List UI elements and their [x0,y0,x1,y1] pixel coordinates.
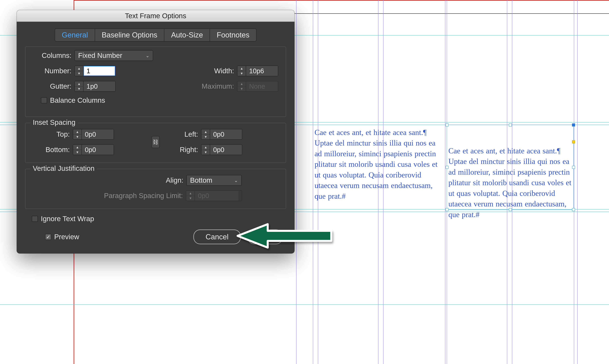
in-port-handle[interactable] [572,123,575,127]
column-guide [313,0,313,364]
vertical-justification-group: Vertical Justification Align: Bottom ⌄ P… [25,169,286,209]
inset-spacing-legend: Inset Spacing [30,118,78,127]
paragraph-spacing-limit-input [195,191,238,201]
stepper-arrows-icon[interactable]: ▴▾ [201,129,210,139]
balance-columns-checkbox[interactable]: Balance Columns [41,96,105,104]
inset-top-field[interactable]: ▴▾ [73,129,114,140]
balance-columns-label: Balance Columns [50,96,105,104]
width-label: Width: [197,67,234,75]
ruler-guide [0,304,609,305]
columns-mode-value: Fixed Number [78,52,122,60]
inset-spacing-group: Inset Spacing Top: ▴▾ Bottom: ▴▾ [25,123,286,163]
columns-group: Columns: Fixed Number ⌄ Number: ▴▾ Width… [25,47,286,117]
column-guide [577,0,578,364]
ignore-text-wrap-label: Ignore Text Wrap [41,215,94,223]
gutter-input[interactable] [83,81,115,91]
chevron-down-icon: ⌄ [234,178,238,183]
width-field[interactable]: ▴▾ [237,65,278,76]
checkbox-box-icon [41,97,47,103]
inset-bottom-field[interactable]: ▴▾ [73,144,114,155]
dialog-title: Text Frame Options [125,12,186,20]
thread-out-handle[interactable] [572,140,575,143]
align-select[interactable]: Bottom ⌄ [186,175,242,186]
stepper-arrows-icon[interactable]: ▴▾ [75,66,83,76]
text-frame-options-dialog: Text Frame Options General Baseline Opti… [17,10,295,253]
tab-auto-size[interactable]: Auto-Size [164,28,210,41]
vertical-justification-legend: Vertical Justification [30,164,97,172]
column-guide [574,0,574,364]
bottom-label: Bottom: [33,146,70,154]
dialog-tabs: General Baseline Options Auto-Size Footn… [17,28,295,41]
text-frame-2[interactable]: Cae et aces ant, et hitate acea sant.¶ U… [448,145,572,220]
inset-top-input[interactable] [82,129,114,139]
checkbox-box-icon: ✓ [45,234,51,240]
dialog-footer: ✓ Preview Cancel OK [17,224,295,253]
top-label: Top: [33,130,70,138]
chevron-down-icon: ⌄ [145,53,149,58]
stepper-arrows-icon[interactable]: ▴▾ [237,66,246,76]
right-label: Right: [168,146,198,154]
paragraph-spacing-limit-label: Paragraph Spacing Limit: [69,192,183,200]
gutter-label: Gutter: [33,82,71,90]
inset-bottom-input[interactable] [82,145,114,155]
align-label: Align: [70,176,183,184]
preview-checkbox[interactable]: ✓ Preview [45,233,79,241]
gutter-field[interactable]: ▴▾ [75,81,116,92]
stepper-arrows-icon[interactable]: ▴▾ [75,81,83,91]
left-label: Left: [168,130,198,138]
stepper-arrows-icon: ▴▾ [237,81,246,91]
width-input[interactable] [246,66,278,76]
number-field[interactable]: ▴▾ [75,65,116,76]
ignore-text-wrap-checkbox[interactable]: Ignore Text Wrap [32,215,283,223]
tab-general[interactable]: General [55,28,95,41]
stepper-arrows-icon[interactable]: ▴▾ [73,145,82,155]
preview-label: Preview [54,233,79,241]
stepper-arrows-icon[interactable]: ▴▾ [201,145,210,155]
tab-footnotes[interactable]: Footnotes [210,28,257,41]
link-values-icon[interactable]: ⛓ [152,136,160,148]
paragraph-spacing-limit-field: ▴▾ [186,190,242,201]
stepper-arrows-icon[interactable]: ▴▾ [73,129,82,139]
columns-label: Columns: [33,52,71,60]
cancel-button[interactable]: Cancel [194,230,241,244]
checkbox-box-icon [32,216,38,222]
column-guide [296,0,297,364]
stepper-arrows-icon: ▴▾ [186,191,195,201]
align-value: Bottom [190,176,212,184]
inset-right-field[interactable]: ▴▾ [201,144,242,155]
frame1-text: Cae et aces ant, et hitate acea sant.¶ U… [314,127,438,201]
inset-left-field[interactable]: ▴▾ [201,129,242,140]
maximum-label: Maximum: [197,82,234,90]
ok-button[interactable]: OK [248,230,283,244]
number-label: Number: [33,67,71,75]
maximum-input [246,81,278,91]
frame2-text: Cae et aces ant, et hitate acea sant.¶ U… [448,145,572,220]
number-input[interactable] [83,66,115,76]
inset-right-input[interactable] [210,145,242,155]
column-guide [445,0,445,364]
text-frame-1[interactable]: Cae et aces ant, et hitate acea sant.¶ U… [314,127,438,201]
tab-baseline-options[interactable]: Baseline Options [95,28,165,41]
dialog-titlebar[interactable]: Text Frame Options [17,10,295,22]
maximum-field: ▴▾ [237,81,278,92]
columns-mode-select[interactable]: Fixed Number ⌄ [75,50,153,61]
inset-left-input[interactable] [210,129,242,139]
